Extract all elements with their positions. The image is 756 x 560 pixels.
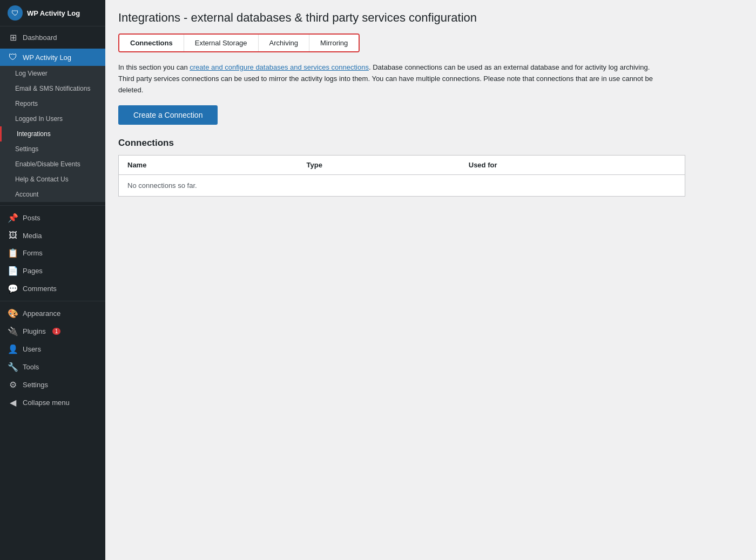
media-icon: 🖼 bbox=[8, 231, 18, 240]
sidebar-item-email-sms[interactable]: Email & SMS Notifications bbox=[0, 81, 105, 96]
sidebar-item-users[interactable]: 👤 Users bbox=[0, 340, 105, 358]
users-icon: 👤 bbox=[8, 344, 18, 354]
collapse-icon: ◀ bbox=[8, 397, 18, 408]
sidebar-logo[interactable]: 🛡 WP Activity Log bbox=[0, 0, 105, 26]
sidebar-item-label: Appearance bbox=[23, 309, 60, 318]
sidebar-sub-label: Email & SMS Notifications bbox=[15, 85, 90, 92]
sidebar-item-comments[interactable]: 💬 Comments bbox=[0, 280, 105, 298]
tab-external-storage[interactable]: External Storage bbox=[184, 35, 259, 51]
sidebar-item-label: Pages bbox=[23, 267, 43, 275]
table-row-empty: No connections so far. bbox=[119, 175, 685, 197]
sidebar-item-account[interactable]: Account bbox=[0, 187, 105, 202]
sidebar-item-label: Forms bbox=[23, 249, 43, 257]
sidebar-item-label: Collapse menu bbox=[23, 399, 70, 407]
sidebar-sub-label: Logged In Users bbox=[15, 115, 63, 123]
appearance-icon: 🎨 bbox=[8, 308, 18, 319]
comments-icon: 💬 bbox=[8, 284, 18, 294]
sidebar-item-tools[interactable]: 🔧 Tools bbox=[0, 358, 105, 376]
sidebar-item-log-viewer[interactable]: Log Viewer bbox=[0, 66, 105, 81]
sidebar-item-media[interactable]: 🖼 Media bbox=[0, 227, 105, 244]
sidebar-item-help-contact[interactable]: Help & Contact Us bbox=[0, 172, 105, 187]
sidebar-item-pages[interactable]: 📄 Pages bbox=[0, 262, 105, 280]
table-header-used-for: Used for bbox=[460, 156, 685, 175]
sidebar-item-posts[interactable]: 📌 Posts bbox=[0, 209, 105, 227]
sidebar-sub-label: Reports bbox=[15, 100, 38, 107]
pages-icon: 📄 bbox=[8, 266, 18, 276]
sidebar-item-settings-main[interactable]: ⚙ Settings bbox=[0, 376, 105, 394]
main-content: Integrations - external databases & thir… bbox=[105, 0, 756, 560]
sidebar-item-reports[interactable]: Reports bbox=[0, 96, 105, 111]
sidebar-item-logged-in-users[interactable]: Logged In Users bbox=[0, 111, 105, 126]
tab-connections[interactable]: Connections bbox=[119, 35, 184, 51]
dashboard-icon: ⊞ bbox=[8, 32, 18, 43]
sidebar-item-settings-sub[interactable]: Settings bbox=[0, 141, 105, 157]
description-link[interactable]: create and configure databases and servi… bbox=[190, 63, 369, 71]
sidebar-item-label: Tools bbox=[23, 363, 39, 371]
sidebar-item-plugins[interactable]: 🔌 Plugins 1 bbox=[0, 322, 105, 340]
plugins-badge: 1 bbox=[52, 328, 61, 335]
create-connection-button[interactable]: Create a Connection bbox=[118, 105, 218, 125]
settings-icon: ⚙ bbox=[8, 380, 18, 390]
sidebar-item-label: Comments bbox=[23, 285, 57, 293]
tab-mirroring[interactable]: Mirroring bbox=[309, 35, 359, 51]
sidebar-sub-label: Log Viewer bbox=[15, 70, 48, 77]
sidebar: 🛡 WP Activity Log ⊞ Dashboard 🛡 WP Activ… bbox=[0, 0, 105, 560]
sidebar-sub-label: Enable/Disable Events bbox=[15, 160, 80, 168]
sidebar-item-dashboard[interactable]: ⊞ Dashboard bbox=[0, 29, 105, 46]
sidebar-item-label: Settings bbox=[23, 381, 48, 389]
tabs-container: Connections External Storage Archiving M… bbox=[118, 33, 360, 52]
sidebar-item-label: Media bbox=[23, 232, 42, 240]
sidebar-item-wp-activity-log[interactable]: 🛡 WP Activity Log bbox=[0, 49, 105, 66]
forms-icon: 📋 bbox=[8, 248, 18, 258]
sidebar-item-label: Plugins bbox=[23, 327, 46, 335]
sidebar-item-forms[interactable]: 📋 Forms bbox=[0, 244, 105, 262]
sidebar-item-enable-disable[interactable]: Enable/Disable Events bbox=[0, 157, 105, 172]
connections-table: Name Type Used for No connections so far… bbox=[118, 155, 685, 197]
sidebar-sub-label: Help & Contact Us bbox=[15, 176, 69, 183]
sidebar-item-integrations[interactable]: Integrations bbox=[0, 126, 105, 141]
sidebar-item-label: Users bbox=[23, 345, 41, 353]
sidebar-item-appearance[interactable]: 🎨 Appearance bbox=[0, 305, 105, 322]
tools-icon: 🔧 bbox=[8, 362, 18, 372]
sidebar-sub-label: Account bbox=[15, 191, 38, 198]
description-text: In this section you can create and confi… bbox=[118, 62, 658, 96]
no-connections-message: No connections so far. bbox=[119, 175, 685, 197]
sidebar-item-label: Dashboard bbox=[23, 33, 57, 42]
sidebar-logo-text: WP Activity Log bbox=[27, 9, 80, 17]
page-title: Integrations - external databases & thir… bbox=[118, 11, 743, 25]
sidebar-sub-label: Integrations bbox=[17, 130, 51, 138]
plugins-icon: 🔌 bbox=[8, 326, 18, 336]
description-before-link: In this section you can bbox=[118, 63, 190, 71]
connections-section-title: Connections bbox=[118, 138, 743, 149]
sidebar-item-label: Posts bbox=[23, 214, 40, 222]
posts-icon: 📌 bbox=[8, 213, 18, 223]
table-header-type: Type bbox=[298, 156, 460, 175]
table-header-name: Name bbox=[119, 156, 298, 175]
wp-activity-log-icon: 🛡 bbox=[8, 5, 23, 21]
sidebar-item-label: WP Activity Log bbox=[23, 53, 71, 62]
tab-archiving[interactable]: Archiving bbox=[259, 35, 309, 51]
sidebar-sub-label: Settings bbox=[15, 145, 38, 153]
sidebar-item-collapse[interactable]: ◀ Collapse menu bbox=[0, 394, 105, 411]
wp-activity-log-nav-icon: 🛡 bbox=[8, 52, 18, 62]
